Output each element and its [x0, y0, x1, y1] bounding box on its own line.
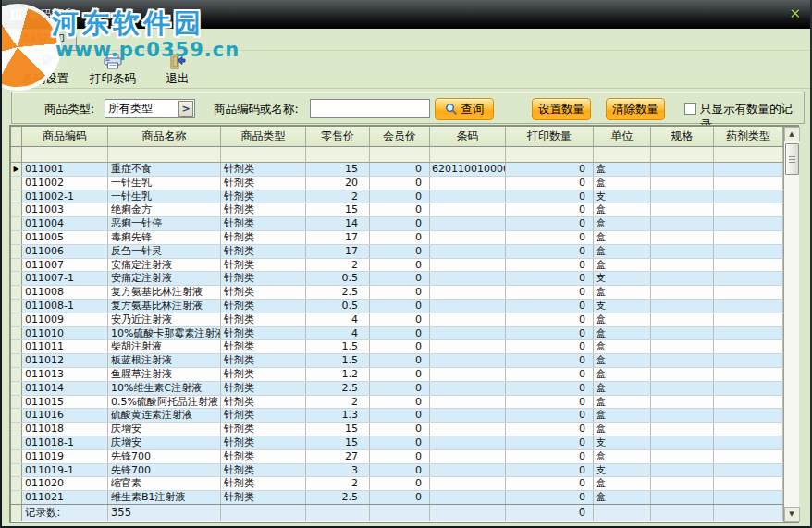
- cell-会员价: 0: [370, 327, 430, 340]
- filter-cell-4: [370, 147, 430, 162]
- exit-button[interactable]: 退出: [157, 53, 198, 87]
- column-header-6[interactable]: 打印数量: [506, 127, 594, 146]
- table-row[interactable]: 011007-1安痛定注射液针剂类0.500支: [11, 272, 783, 286]
- cell-规格: [651, 396, 714, 409]
- column-header-2[interactable]: 商品类型: [221, 127, 306, 146]
- table-row[interactable]: ▶011001重症不食针剂类15062011001000010盒: [11, 163, 783, 177]
- row-selector[interactable]: [11, 396, 22, 409]
- barcode-settings-button[interactable]: 条码设置: [17, 53, 74, 87]
- vertical-scrollbar[interactable]: ▲ ▼: [783, 127, 799, 522]
- row-selector[interactable]: [11, 286, 22, 299]
- scrollbar-thumb[interactable]: [785, 143, 799, 175]
- row-selector[interactable]: [11, 382, 22, 395]
- cell-商品类型: 针剂类: [221, 382, 306, 395]
- footer-row-selector: [11, 505, 22, 521]
- column-header-4[interactable]: 会员价: [370, 127, 430, 146]
- row-selector[interactable]: [11, 313, 22, 326]
- row-selector[interactable]: [11, 217, 22, 230]
- cell-打印数量: 0: [506, 203, 594, 216]
- product-type-select[interactable]: 所有类型 >: [105, 99, 195, 118]
- table-row[interactable]: 011003绝痢金方针剂类1500盒: [11, 203, 783, 217]
- row-selector[interactable]: [11, 300, 22, 313]
- table-row[interactable]: 011019-1先锋700针剂类300支: [11, 464, 783, 478]
- cell-条码: [430, 327, 506, 340]
- cell-单位: 盒: [594, 217, 651, 230]
- table-row[interactable]: 011012板蓝根注射液针剂类1.500盒: [11, 354, 783, 368]
- scroll-down-icon[interactable]: ▼: [784, 507, 800, 522]
- row-selector[interactable]: [11, 327, 22, 340]
- table-row[interactable]: 011005毒痢先锋针剂类1700盒: [11, 231, 783, 245]
- column-header-9[interactable]: 药剂类型: [714, 127, 783, 146]
- table-row[interactable]: 0110150.5%硫酸阿托品注射液针剂类200盒: [11, 396, 783, 410]
- table-row[interactable]: 011002-1一针生乳针剂类200支: [11, 190, 783, 204]
- column-header-3[interactable]: 零售价: [306, 127, 370, 146]
- cell-商品名称: 先锋700: [108, 464, 221, 477]
- table-row[interactable]: 01101410%维生素C注射液针剂类2.500盒: [11, 382, 783, 396]
- table-row[interactable]: 01101010%硫酸卡那霉素注射液针剂类400盒: [11, 327, 783, 341]
- table-row[interactable]: 011006反刍一针灵针剂类1700盒: [11, 245, 783, 259]
- row-selector[interactable]: [11, 491, 22, 504]
- print-barcode-button[interactable]: 打印条码: [84, 53, 141, 87]
- table-row[interactable]: 011004恶痢一针停针剂类1400盒: [11, 217, 783, 231]
- column-header-0[interactable]: 商品编码: [22, 127, 108, 146]
- query-button[interactable]: 查询: [435, 98, 494, 120]
- cell-条码: [430, 259, 506, 272]
- table-row[interactable]: 011002一针生乳针剂类2000盒: [11, 177, 783, 190]
- cell-单位: 盒: [594, 423, 651, 436]
- footer-cell-8: [651, 505, 714, 521]
- row-selector[interactable]: [11, 450, 22, 463]
- set-quantity-label: 设置数量: [538, 102, 584, 117]
- row-selector[interactable]: [11, 477, 22, 490]
- row-selector[interactable]: [11, 464, 22, 477]
- row-selector[interactable]: [11, 259, 22, 272]
- table-row[interactable]: 011013鱼腥草注射液针剂类1.200盒: [11, 368, 783, 382]
- column-header-1[interactable]: 商品名称: [108, 127, 221, 146]
- combo-dropdown-icon[interactable]: >: [178, 101, 193, 117]
- table-row[interactable]: 011019先锋700针剂类2700盒: [11, 450, 783, 464]
- table-row[interactable]: 011016硫酸黄连素注射液针剂类1.300盒: [11, 409, 783, 423]
- only-with-qty-checkbox[interactable]: [684, 103, 696, 115]
- cell-零售价: 14: [306, 217, 370, 230]
- table-row[interactable]: 011009安乃近注射液针剂类400盒: [11, 313, 783, 327]
- table-row[interactable]: 011020缩官素针剂类200盒: [11, 477, 783, 491]
- cell-会员价: 0: [370, 491, 430, 504]
- table-row[interactable]: 011021维生素B1注射液针剂类2.500盒: [11, 491, 783, 505]
- row-selector[interactable]: [11, 436, 22, 449]
- cell-零售价: 15: [306, 423, 370, 436]
- cell-会员价: 0: [370, 245, 430, 258]
- filter-panel: 商品类型: 所有类型 > 商品编码或名称: 查询 设置数量 清除数量 只显示有数…: [11, 92, 805, 124]
- column-header-8[interactable]: 规格: [651, 127, 714, 146]
- row-selector[interactable]: [11, 368, 22, 381]
- cell-规格: [651, 327, 714, 340]
- menu-item-barcode-print[interactable]: 条码打印: [8, 29, 77, 51]
- row-selector[interactable]: [11, 272, 22, 285]
- row-selector[interactable]: [11, 340, 22, 353]
- search-input[interactable]: [310, 99, 430, 118]
- row-selector[interactable]: [11, 190, 22, 203]
- table-row[interactable]: 011008-1复方氨基比林注射液针剂类0.500支: [11, 300, 783, 313]
- table-row[interactable]: 011018庆增安针剂类1500盒: [11, 423, 783, 436]
- current-row-indicator[interactable]: ▶: [11, 163, 22, 176]
- cell-零售价: 2.5: [306, 286, 370, 299]
- table-row[interactable]: 011018-1庆增安针剂类1500支: [11, 436, 783, 450]
- row-selector[interactable]: [11, 354, 22, 367]
- row-selector[interactable]: [11, 203, 22, 216]
- row-selector[interactable]: [11, 245, 22, 258]
- column-header-7[interactable]: 单位: [594, 127, 651, 146]
- clear-quantity-button[interactable]: 清除数量: [606, 98, 665, 120]
- table-row[interactable]: 011008复方氨基比林注射液针剂类2.500盒: [11, 286, 783, 300]
- row-selector[interactable]: [11, 423, 22, 436]
- close-icon[interactable]: ✕: [789, 7, 801, 21]
- row-selector[interactable]: [11, 231, 22, 244]
- cell-商品编码: 011007: [22, 259, 108, 272]
- cell-单位: 盒: [594, 286, 651, 299]
- table-row[interactable]: 011007安痛定注射液针剂类200盒: [11, 259, 783, 273]
- scroll-up-icon[interactable]: ▲: [784, 127, 800, 141]
- cell-商品类型: 针剂类: [221, 177, 306, 190]
- table-row[interactable]: 011011柴胡注射液针剂类1.500盒: [11, 340, 783, 354]
- set-quantity-button[interactable]: 设置数量: [532, 98, 591, 120]
- column-header-5[interactable]: 条码: [430, 127, 506, 146]
- cell-单位: 盒: [594, 368, 651, 381]
- row-selector[interactable]: [11, 177, 22, 190]
- row-selector[interactable]: [11, 409, 22, 422]
